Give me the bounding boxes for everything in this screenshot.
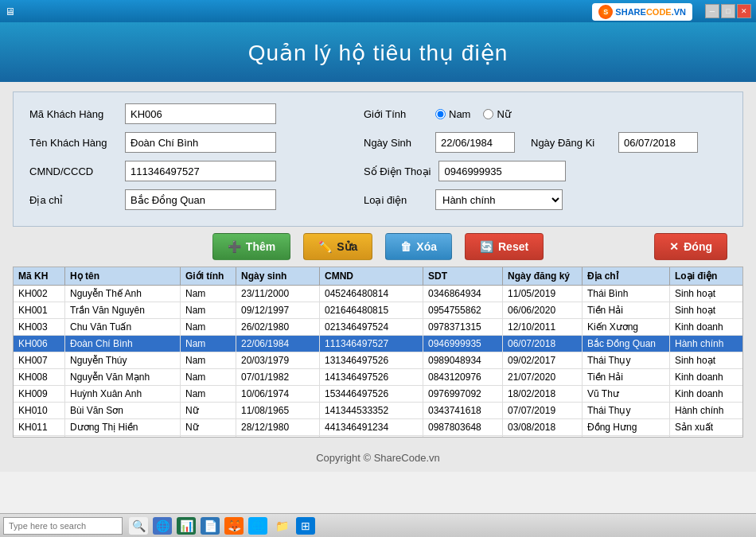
taskbar-icon-1[interactable]: 🔍 — [129, 517, 148, 535]
maximize-button[interactable]: □ — [721, 4, 735, 18]
table-row[interactable]: KH003Chu Văn TuấnNam26/02/19800213464975… — [14, 319, 742, 336]
loai-dien-select[interactable]: Hành chính Sinh hoạt Kinh doanh Sản xuất — [435, 189, 563, 210]
sdt-input[interactable] — [438, 161, 566, 181]
taskbar-icon-5[interactable]: 🦊 — [224, 517, 244, 535]
table-cell: 20/03/1979 — [236, 352, 320, 368]
table-cell: Nữ — [181, 419, 236, 435]
ngaysinh-label: Ngày Sinh — [364, 137, 427, 149]
table-cell: Đoàn Chí Bình — [65, 336, 181, 352]
them-button[interactable]: ➕ Thêm — [212, 233, 290, 260]
table-cell: Kinh doanh — [670, 436, 742, 437]
sua-button[interactable]: ✏️ Sửa — [303, 233, 372, 260]
loai-dien-label: Loại điện — [364, 194, 427, 206]
table-cell: 12/10/2011 — [503, 319, 583, 335]
table-row[interactable]: KH010Bùi Văn SơnNữ11/08/1965141344533352… — [14, 403, 742, 419]
form-row-2: Tên Khách Hàng Ngày Sinh Ngày Đăng Ki — [29, 132, 727, 153]
table-cell: Nam — [181, 386, 236, 402]
reset-label: Reset — [498, 240, 528, 253]
gioi-tinh-radio-group: Nam Nữ — [435, 108, 511, 120]
close-window-button[interactable]: ✕ — [737, 4, 751, 18]
table-cell: Bắc Đồng Quan — [583, 336, 670, 352]
th-ho-ten: Họ tên — [65, 267, 181, 285]
th-gioi-tinh: Giới tính — [181, 267, 236, 285]
radio-nam-label: Nam — [449, 108, 470, 120]
radio-nu[interactable]: Nữ — [483, 108, 510, 120]
taskbar-icon-2[interactable]: 🌐 — [153, 517, 172, 535]
table-cell: Sinh hoạt — [670, 302, 742, 318]
table-cell: Nam — [181, 352, 236, 368]
taskbar-icon-8[interactable]: ⊞ — [296, 517, 315, 535]
xoa-icon: 🗑 — [400, 240, 411, 253]
table-cell: Sản xuất — [670, 419, 742, 435]
table-cell: 18/02/2018 — [503, 386, 583, 402]
sc-logo-circle: S — [598, 5, 613, 19]
table-row[interactable]: KH001Trần Văn NguyênNam09/12/19970216464… — [14, 302, 742, 319]
table-cell: 06/06/2020 — [503, 302, 583, 318]
ngay-dangki-input[interactable] — [618, 132, 698, 153]
table-row[interactable]: KH011Dương Thị HiềnNữ28/12/1980441346491… — [14, 419, 742, 436]
table-cell: 141346497526 — [320, 369, 423, 385]
ma-kh-input[interactable] — [125, 103, 276, 124]
table-cell: 021346497524 — [320, 319, 423, 335]
table-cell: 0987803648 — [423, 419, 503, 435]
table-cell: 441346491234 — [320, 419, 423, 435]
copyright-text: Copyright © ShareCode.vn — [316, 452, 440, 464]
table-row[interactable]: KH012Nguyễn Hồng AnhNam09/10/19702456464… — [14, 436, 742, 437]
dong-label: Đóng — [684, 240, 712, 253]
table-cell: Nữ — [181, 403, 236, 418]
reset-button[interactable]: 🔄 Reset — [465, 233, 544, 260]
taskbar-icon-3[interactable]: 📊 — [177, 517, 196, 535]
radio-nu-input[interactable] — [483, 109, 493, 119]
title-bar-controls[interactable]: S SHARECODE.VN ─ □ ✕ — [705, 4, 751, 18]
them-icon: ➕ — [228, 240, 241, 253]
table-cell: 28/12/1980 — [236, 419, 320, 435]
diachi-label: Địa chỉ — [29, 194, 117, 206]
minimize-button[interactable]: ─ — [705, 4, 719, 18]
radio-nam[interactable]: Nam — [435, 108, 470, 120]
table-cell: KH002 — [14, 286, 65, 302]
cmnd-input[interactable] — [125, 161, 276, 181]
cmnd-label: CMND/CCCD — [29, 165, 117, 177]
xoa-label: Xóa — [416, 240, 437, 253]
taskbar-icons: 🔍 🌐 📊 📄 🦊 🌐 📁 ⊞ — [129, 517, 315, 535]
table-row[interactable]: KH006Đoàn Chí BìnhNam22/06/1984111346497… — [14, 336, 742, 352]
table-cell: 26/02/1980 — [236, 319, 320, 335]
table-cell: 22/06/1984 — [236, 336, 320, 352]
table-cell: 09/02/2017 — [503, 352, 583, 368]
table-section: Mã KH Họ tên Giới tính Ngày sinh CMND SD… — [13, 267, 743, 438]
th-sdt: SDT — [423, 267, 503, 285]
xoa-button[interactable]: 🗑 Xóa — [385, 233, 452, 260]
table-cell: 245646497526 — [320, 436, 423, 437]
table-row[interactable]: KH008Nguyễn Văn MạnhNam07/01/19821413464… — [14, 369, 742, 386]
th-ngay-dangky: Ngày đăng ký — [503, 267, 583, 285]
table-cell: 11/08/1965 — [236, 403, 320, 418]
table-cell: KH009 — [14, 386, 65, 402]
taskbar-icon-7[interactable]: 📁 — [272, 517, 291, 535]
table-row[interactable]: KH002Nguyễn Thế AnhNam23/11/200004524648… — [14, 286, 742, 302]
table-cell: 09/10/1970 — [236, 436, 320, 437]
diachi-input[interactable] — [125, 189, 276, 210]
table-cell: 0976997092 — [423, 386, 503, 402]
sc-logo-text: SHARECODE.VN — [615, 7, 686, 17]
taskbar-icon-4[interactable]: 📄 — [201, 517, 220, 535]
ngaysinh-input[interactable] — [435, 132, 515, 153]
dong-icon: ✕ — [669, 240, 679, 253]
table-row[interactable]: KH007Nguyễn ThúyNam20/03/197913134649752… — [14, 352, 742, 369]
taskbar-icon-6[interactable]: 🌐 — [248, 517, 267, 535]
radio-nam-input[interactable] — [435, 109, 446, 119]
table-row[interactable]: KH009Huỳnh Xuân AnhNam10/06/197415344649… — [14, 386, 742, 403]
table-cell: Hành chính — [670, 403, 742, 418]
table-cell: Chu Văn Tuấn — [65, 319, 181, 335]
gioi-tinh-label: Giới Tính — [364, 108, 427, 120]
table-cell: 131346497526 — [320, 352, 423, 368]
table-cell: 07/01/1982 — [236, 369, 320, 385]
table-cell: 0346864934 — [423, 286, 503, 302]
table-cell: KH008 — [14, 369, 65, 385]
dong-button[interactable]: ✕ Đóng — [654, 233, 727, 260]
ten-kh-input[interactable] — [125, 132, 276, 153]
them-label: Thêm — [246, 240, 275, 253]
table-cell: Nam — [181, 319, 236, 335]
table-cell: Quỳnh Phụ — [583, 436, 670, 437]
form-row-3: CMND/CCCD Số Điện Thoại — [29, 161, 727, 181]
taskbar-search[interactable] — [3, 517, 123, 535]
